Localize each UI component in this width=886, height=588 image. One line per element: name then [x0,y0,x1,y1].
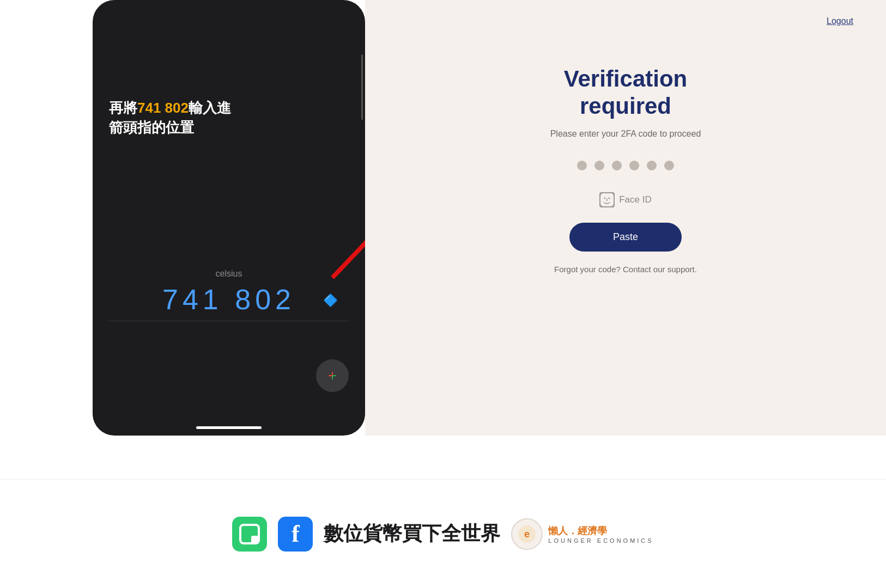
annotation-suffix: 輸入進 [189,100,231,116]
code-dot-1 [577,161,587,170]
face-id-icon [599,192,615,207]
phone-annotation: 再將741 802輸入進 箭頭指的位置 [109,98,349,138]
annotation-line1: 再將741 802輸入進 [109,98,349,118]
add-account-button[interactable]: + [316,359,349,392]
phone-scrollbar [361,54,363,120]
plus-icon: + [328,367,337,384]
phone-screen: 再將741 802輸入進 箭頭指的位置 celsius 741 802 🔷 + [93,0,365,436]
code-dot-2 [594,161,604,170]
logo-inner [239,524,260,544]
face-id-label: Face ID [619,194,652,205]
bottom-tagline: 數位貨幣買下全世界 [324,520,500,547]
annotation-highlight: 741 802 [137,100,189,116]
code-dot-4 [629,161,639,170]
lounger-svg-icon: e [517,524,537,544]
code-dot-6 [664,161,674,170]
green-logo-icon [232,517,267,552]
forgot-code-text: Forgot your code? Contact our support. [554,265,697,274]
lounger-economics-logo: e 懶人．經濟學 LOUNGER ECONOMICS [511,518,653,550]
verification-title: Verification required [564,65,687,120]
face-id-button[interactable]: Face ID [599,192,652,207]
otp-droplet-icon: 🔷 [323,293,338,308]
lounger-bottom-text: LOUNGER ECONOMICS [548,537,653,544]
verification-subtitle: Please enter your 2FA code to proceed [550,129,701,139]
otp-app-label: celsius [93,269,365,279]
verification-panel: Logout Verification required Please ente… [365,0,886,436]
lounger-circle-icon: e [511,518,543,550]
lounger-top-text: 懶人．經濟學 [548,524,653,537]
main-content: 再將741 802輸入進 箭頭指的位置 celsius 741 802 🔷 + [0,0,886,436]
code-dot-5 [647,161,657,170]
logout-link[interactable]: Logout [827,16,853,26]
svg-text:e: e [524,529,530,540]
bottom-bar: f 數位貨幣買下全世界 e 懶人．經濟學 LOUNGER ECONOMICS [0,479,886,588]
svg-point-4 [609,197,610,199]
annotation-line2: 箭頭指的位置 [109,118,349,137]
lounger-text: 懶人．經濟學 LOUNGER ECONOMICS [548,524,653,544]
otp-divider [109,321,349,321]
phone-home-bar [196,426,262,429]
code-dots-row [577,161,674,170]
facebook-icon: f [278,517,313,552]
svg-point-3 [604,197,606,199]
paste-button[interactable]: Paste [569,223,682,252]
code-dot-3 [612,161,622,170]
phone-mockup: 再將741 802輸入進 箭頭指的位置 celsius 741 802 🔷 + [93,0,365,436]
annotation-prefix: 再將 [109,100,137,116]
otp-app-section: celsius 741 802 [93,269,365,316]
